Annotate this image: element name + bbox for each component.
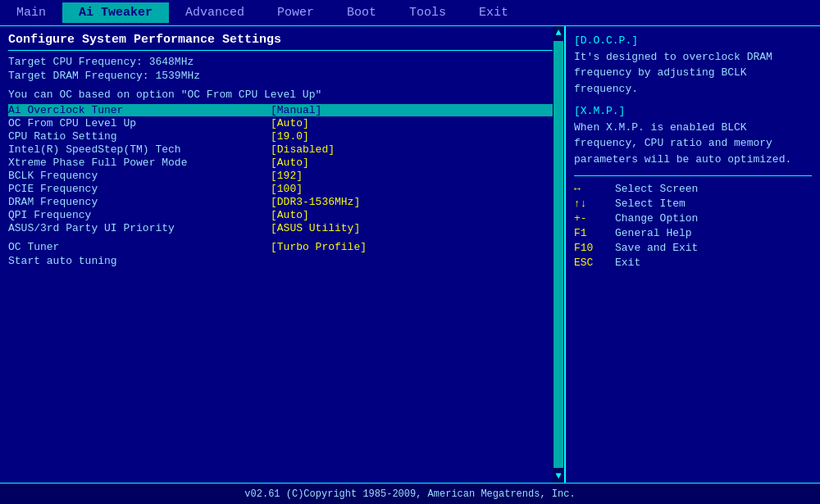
- setting-label: Ai Overclock Tuner: [8, 104, 271, 116]
- menu-bar: MainAi TweakerAdvancedPowerBootToolsExit: [0, 0, 820, 26]
- menu-item-ai-tweaker[interactable]: Ai Tweaker: [62, 2, 169, 23]
- key-hint-row: F10Save and Exit: [574, 242, 812, 254]
- setting-label: CPU Ratio Setting: [8, 130, 271, 143]
- setting-row[interactable]: BCLK Frequency[192]: [8, 170, 556, 182]
- setting-value: [Auto]: [271, 117, 309, 129]
- menu-item-exit[interactable]: Exit: [462, 2, 525, 23]
- panel-title: Configure System Performance Settings: [8, 33, 556, 51]
- oc-tuner-section: OC Tuner [Turbo Profile] Start auto tuni…: [8, 241, 556, 267]
- setting-row[interactable]: DRAM Frequency[DDR3-1536MHz]: [8, 196, 556, 208]
- setting-row[interactable]: ASUS/3rd Party UI Priority[ASUS Utility]: [8, 222, 556, 234]
- info-lines: Target CPU Frequency: 3648MHzTarget DRAM…: [8, 56, 556, 82]
- info-line: Target CPU Frequency: 3648MHz: [8, 56, 556, 68]
- key-description: General Help: [615, 227, 692, 239]
- setting-value: [DDR3-1536MHz]: [271, 196, 360, 208]
- setting-row[interactable]: Intel(R) SpeedStep(TM) Tech[Disabled]: [8, 143, 556, 156]
- key-description: Exit: [615, 257, 640, 269]
- oc-tuner-row: OC Tuner [Turbo Profile]: [8, 241, 556, 253]
- setting-label: BCLK Frequency: [8, 170, 271, 182]
- setting-value: [100]: [271, 183, 303, 195]
- setting-value: [Disabled]: [271, 143, 335, 156]
- help-text: It's designed to overclock DRAM frequenc…: [574, 51, 772, 95]
- settings-list: Ai Overclock Tuner[Manual]OC From CPU Le…: [8, 104, 556, 234]
- footer: v02.61 (C)Copyright 1985-2009, American …: [0, 483, 820, 504]
- menu-item-power[interactable]: Power: [261, 2, 330, 23]
- key-description: Select Item: [615, 198, 686, 210]
- help-text: When X.M.P. is enabled BLCK frequency, C…: [574, 121, 791, 166]
- oc-tuner-value: [Turbo Profile]: [271, 241, 367, 253]
- key-hint-row: ↑↓Select Item: [574, 198, 812, 210]
- setting-label: OC From CPU Level Up: [8, 117, 271, 129]
- scroll-thumb[interactable]: [554, 41, 563, 468]
- help-section: [X.M.P.] When X.M.P. is enabled BLCK fre…: [574, 103, 812, 167]
- help-blocks: [D.O.C.P.] It's designed to overclock DR…: [574, 33, 812, 167]
- key-hint-row: F1General Help: [574, 227, 812, 239]
- setting-value: [192]: [271, 170, 303, 182]
- info-line: Target DRAM Frequency: 1539MHz: [8, 70, 556, 82]
- scrollbar[interactable]: ▲ ▼: [553, 26, 564, 483]
- help-keyword: [D.O.C.P.]: [574, 34, 638, 47]
- key-description: Select Screen: [615, 183, 698, 195]
- setting-value: [19.0]: [271, 130, 309, 143]
- setting-row[interactable]: CPU Ratio Setting[19.0]: [8, 130, 556, 143]
- setting-row[interactable]: Xtreme Phase Full Power Mode[Auto]: [8, 157, 556, 169]
- help-section: [D.O.C.P.] It's designed to overclock DR…: [574, 33, 812, 97]
- key-symbol: ESC: [574, 257, 615, 269]
- key-hint-row: ↔Select Screen: [574, 183, 812, 195]
- key-symbol: F1: [574, 227, 615, 239]
- help-keyword: [X.M.P.]: [574, 105, 625, 117]
- menu-item-advanced[interactable]: Advanced: [169, 2, 261, 23]
- key-description: Change Option: [615, 212, 698, 225]
- key-symbol: +-: [574, 212, 615, 225]
- key-symbol: ↑↓: [574, 198, 615, 210]
- setting-row[interactable]: OC From CPU Level Up[Auto]: [8, 117, 556, 129]
- setting-label: ASUS/3rd Party UI Priority: [8, 222, 271, 234]
- key-hints: ↔Select Screen↑↓Select Item+-Change Opti…: [574, 175, 812, 269]
- setting-label: QPI Frequency: [8, 209, 271, 221]
- start-auto-tuning[interactable]: Start auto tuning: [8, 255, 556, 267]
- setting-label: PCIE Frequency: [8, 183, 271, 195]
- key-hint-row: +-Change Option: [574, 212, 812, 225]
- key-symbol: F10: [574, 242, 615, 254]
- setting-label: Intel(R) SpeedStep(TM) Tech: [8, 143, 271, 156]
- footer-text: v02.61 (C)Copyright 1985-2009, American …: [244, 488, 575, 500]
- setting-value: [Auto]: [271, 157, 309, 169]
- key-symbol: ↔: [574, 183, 615, 195]
- setting-row[interactable]: PCIE Frequency[100]: [8, 183, 556, 195]
- scroll-up-arrow[interactable]: ▲: [555, 26, 561, 39]
- main-content: Configure System Performance Settings Ta…: [0, 26, 820, 483]
- setting-label: DRAM Frequency: [8, 196, 271, 208]
- menu-item-boot[interactable]: Boot: [330, 2, 393, 23]
- key-description: Save and Exit: [615, 242, 698, 254]
- right-panel: [D.O.C.P.] It's designed to overclock DR…: [566, 26, 820, 483]
- setting-value: [Auto]: [271, 209, 309, 221]
- setting-row[interactable]: QPI Frequency[Auto]: [8, 209, 556, 221]
- menu-item-main[interactable]: Main: [0, 2, 62, 23]
- scroll-down-arrow[interactable]: ▼: [555, 470, 561, 483]
- key-hint-row: ESCExit: [574, 257, 812, 269]
- setting-label: Xtreme Phase Full Power Mode: [8, 157, 271, 169]
- setting-value: [ASUS Utility]: [271, 222, 360, 234]
- oc-note: You can OC based on option "OC From CPU …: [8, 89, 556, 101]
- oc-tuner-label: OC Tuner: [8, 241, 271, 253]
- left-panel: Configure System Performance Settings Ta…: [0, 26, 566, 483]
- setting-row[interactable]: Ai Overclock Tuner[Manual]: [8, 104, 556, 116]
- setting-value: [Manual]: [271, 104, 321, 116]
- menu-item-tools[interactable]: Tools: [393, 2, 462, 23]
